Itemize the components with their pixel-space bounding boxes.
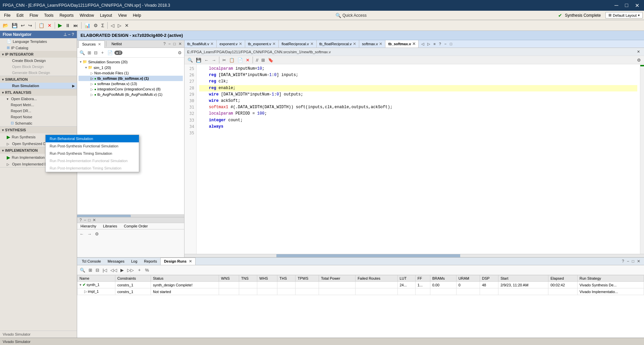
tab-tb-exponent-close-icon[interactable]: ✕ xyxy=(272,42,276,46)
dropdown-item-behavioral-sim[interactable]: Run Behavioral Simulation xyxy=(46,135,139,142)
nav-ctrl-question[interactable]: ? xyxy=(72,32,74,37)
panel-question-btn[interactable]: ? xyxy=(162,41,167,47)
collapse-all-btn[interactable]: ⊟ xyxy=(93,50,99,56)
dropdown-item-post-synth-functional[interactable]: Run Post-Synthesis Functional Simulation xyxy=(46,142,139,150)
editor-bookmark-btn[interactable]: 🔖 xyxy=(267,57,274,63)
editor-copy-btn[interactable]: 📋 xyxy=(228,57,235,63)
maximize-button[interactable]: □ xyxy=(623,2,630,9)
src-bot-settings-btn[interactable]: ⚙ xyxy=(94,231,100,237)
nav-item-run-simulation[interactable]: Run Simulation ▶ xyxy=(0,83,77,89)
nav-section-header-synthesis[interactable]: ▾ SYNTHESIS xyxy=(0,127,77,133)
tab-exponent-close-icon[interactable]: ✕ xyxy=(239,42,242,46)
editor-search-btn[interactable]: 🔍 xyxy=(186,57,194,63)
tab-softmax-close-icon[interactable]: ✕ xyxy=(379,42,382,46)
undo-button[interactable]: ↩ xyxy=(19,22,26,29)
sources-tab-close-icon[interactable]: ✕ xyxy=(98,42,101,46)
runs-play-btn[interactable]: ▶ xyxy=(119,267,125,273)
src-bot-forward-btn[interactable]: → xyxy=(86,231,93,237)
editor-scrollbar[interactable] xyxy=(184,254,644,257)
runs-prev-btn[interactable]: ◁◁ xyxy=(109,267,118,273)
run-button[interactable]: ▶ xyxy=(57,21,63,29)
editor-delete-btn[interactable]: ✕ xyxy=(245,57,251,63)
menu-edit[interactable]: Edit xyxy=(14,12,26,19)
tab-list-btn[interactable]: ≡ xyxy=(432,41,437,47)
src-bot-tab-libraries[interactable]: Libraries xyxy=(100,223,120,229)
editor-save-btn[interactable]: 💾 xyxy=(195,57,202,63)
design-runs-close-icon[interactable]: ✕ xyxy=(189,259,192,263)
editor-tab-tb-float-reciprocal[interactable]: tb_floatReciprocal.v ✕ xyxy=(317,40,360,48)
menu-tools[interactable]: Tools xyxy=(41,12,56,19)
editor-tab-tb-softmax[interactable]: tb_softmax.v ✕ xyxy=(385,40,419,48)
editor-redo-btn[interactable]: → xyxy=(211,57,217,63)
bottom-max-btn[interactable]: □ xyxy=(631,259,635,264)
tree-simulation-sources[interactable]: ▾ 📁 Simulation Sources (20) xyxy=(78,59,183,65)
editor-cut-btn[interactable]: ✂ xyxy=(221,57,227,63)
tree-tb-softmax[interactable]: ▷ ● tb_softmax (tb_softmax.v) (1) xyxy=(78,76,183,81)
nav-item-schematic[interactable]: ⊡ Schematic xyxy=(0,120,77,126)
copy-button[interactable]: 📋 xyxy=(37,22,46,29)
editor-settings-gear-btn[interactable]: ⚙ xyxy=(636,57,642,63)
bottom-minus-btn[interactable]: − xyxy=(626,259,630,264)
nav-ctrl-pin[interactable]: ⊥ xyxy=(63,32,67,37)
editor-tab-tb-exponent[interactable]: tb_exponent.v ✕ xyxy=(245,40,279,48)
table-row[interactable]: ▷ impl_1 constrs_1 Not started xyxy=(77,288,644,295)
nav-ctrl-minus[interactable]: − xyxy=(68,32,70,37)
code-lines[interactable]: localparam inputNum=10; reg [DATA_WIDTH*… xyxy=(197,64,640,254)
editor-tab-exponent[interactable]: exponent.v ✕ xyxy=(217,40,245,48)
minimize-button[interactable]: ─ xyxy=(612,2,620,9)
menu-file[interactable]: File xyxy=(1,12,13,19)
src-bot-tab-compile[interactable]: Compile Order xyxy=(120,223,151,229)
editor-format-btn[interactable]: ⊞ xyxy=(260,57,266,63)
nav-section-header-rtl-analysis[interactable]: ▾ RTL ANALYSIS xyxy=(0,89,77,96)
panel2-minus-btn[interactable]: − xyxy=(83,217,87,223)
tab-question-btn[interactable]: ? xyxy=(438,41,442,47)
default-layout-selector[interactable]: ⊞ Default Layout ▾ xyxy=(605,12,643,18)
editor-tab-tb-floatmult[interactable]: tb_floatMult.v ✕ xyxy=(184,40,217,48)
panel2-max-btn[interactable]: □ xyxy=(87,217,92,223)
tab-log[interactable]: Log xyxy=(128,258,141,265)
sum-button[interactable]: Σ xyxy=(100,22,106,29)
panel-max-btn[interactable]: □ xyxy=(172,41,177,47)
editor-paste-btn[interactable]: 📄 xyxy=(236,57,244,63)
report-button[interactable]: 📊 xyxy=(83,22,92,29)
tab-sources[interactable]: Sources ✕ xyxy=(78,41,105,48)
editor-tab-softmax[interactable]: softmax.v ✕ xyxy=(359,40,385,48)
tree-integration-conv[interactable]: ▷ ● integrationConv (integrationConv.v) … xyxy=(78,86,183,92)
editor-comment-btn[interactable]: // xyxy=(255,57,259,63)
tree-tb-avgpool[interactable]: ▷ ● tb_AvgPoolMulti (tb_AvgPoolMulti.v) … xyxy=(78,92,183,97)
src-scrollbar[interactable] xyxy=(77,214,184,217)
tree-softmax[interactable]: ▷ ● softmax (softmax.v) (13) xyxy=(78,81,183,86)
tab-max-btn[interactable]: □ xyxy=(448,41,453,47)
save-button[interactable]: 💾 xyxy=(10,22,19,29)
runs-percent-btn[interactable]: % xyxy=(144,267,150,273)
code-content[interactable]: 25 26 27 28 29 30 31 32 33 34 35 localpa… xyxy=(184,64,644,254)
nav-section-header-simulation[interactable]: ▾ SIMULATION xyxy=(0,76,77,83)
tab-tb-float-reciprocal-close-icon[interactable]: ✕ xyxy=(353,42,356,46)
tab-reports[interactable]: Reports xyxy=(141,258,160,265)
panel-minus-btn[interactable]: − xyxy=(167,41,172,47)
src-bot-tab-hierarchy[interactable]: Hierarchy xyxy=(77,223,100,229)
nav-item-open-elaborated[interactable]: ▾ Open Elabora... xyxy=(0,96,77,102)
forward-button[interactable]: ⏭ xyxy=(72,22,79,29)
panel-close-btn[interactable]: ✕ xyxy=(177,41,183,47)
menu-help[interactable]: Help xyxy=(130,12,144,19)
panel2-question-btn[interactable]: ? xyxy=(78,217,83,223)
bottom-question-btn[interactable]: ? xyxy=(621,259,625,264)
redo-button[interactable]: ↪ xyxy=(27,22,34,29)
menu-view[interactable]: View xyxy=(115,12,129,19)
tab-tb-softmax-close-icon[interactable]: ✕ xyxy=(412,42,416,46)
nav-item-report-drc[interactable]: Report DR... xyxy=(0,108,77,114)
runs-expand-btn[interactable]: ⊞ xyxy=(87,267,94,273)
file-info-btn[interactable]: 📄 xyxy=(106,50,114,56)
settings-button[interactable]: ⚙ xyxy=(92,22,99,29)
table-row[interactable]: ▾ ✔ synth_1 constrs_1 synth_design Compl… xyxy=(77,282,644,288)
runs-search-btn[interactable]: 🔍 xyxy=(78,267,87,273)
delete-button[interactable]: ✕ xyxy=(46,22,53,29)
runs-first-btn[interactable]: |◁ xyxy=(101,267,108,273)
tab-design-runs[interactable]: Design Runs ✕ xyxy=(160,258,196,265)
search-sources-btn[interactable]: 🔍 xyxy=(78,50,86,56)
menu-layout[interactable]: Layout xyxy=(97,12,115,19)
menu-window[interactable]: Window xyxy=(77,12,97,19)
nav-item-report-noise[interactable]: Report Noise xyxy=(0,114,77,120)
tab-minus-btn[interactable]: − xyxy=(443,41,448,47)
